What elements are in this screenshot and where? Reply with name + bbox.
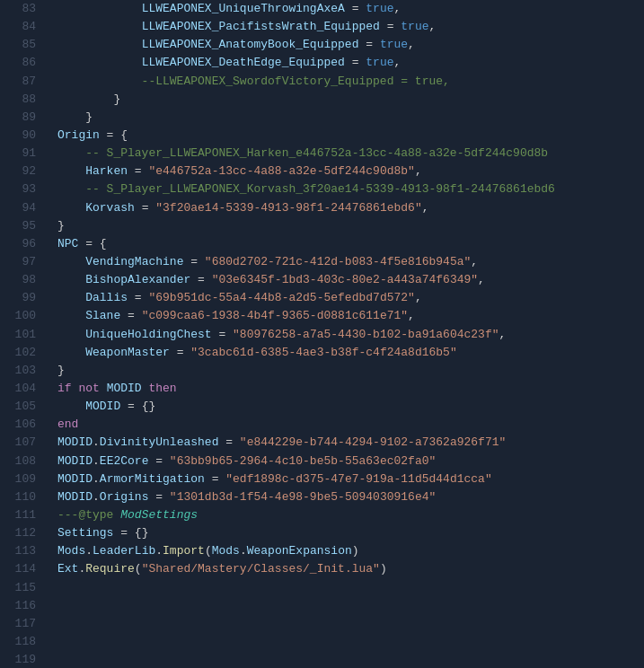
line-number: 90 [7,127,36,145]
line-number: 107 [7,434,36,452]
line-number: 100 [7,307,36,325]
line-number: 93 [7,180,36,198]
line-number: 111 [7,506,36,524]
line-number: 103 [7,362,36,380]
line-number: 92 [7,163,36,180]
line-number: 88 [7,91,36,109]
code-line: --LLWEAPONEX_SwordofVictory_Equipped = t… [57,73,644,91]
line-number: 85 [7,36,36,54]
line-number: 99 [7,289,36,307]
code-line: MODID = {} [57,398,644,416]
line-number: 102 [7,344,36,362]
line-number: 91 [7,145,36,163]
line-number: 105 [7,398,36,416]
code-editor: 8384858687888990919293949596979899100101… [0,0,644,668]
code-line: NPC = { [57,235,644,253]
line-number: 101 [7,326,36,344]
code-line: Harken = "e446752a-13cc-4a88-a32e-5df244… [57,163,644,180]
code-line: LLWEAPONEX_UniqueThrowingAxeA = true, [57,0,644,18]
line-number: 83 [7,0,36,18]
code-line: WeaponMaster = "3cabc61d-6385-4ae3-b38f-… [57,344,644,362]
line-number: 86 [7,54,36,72]
line-number: 96 [7,235,36,253]
code-line: } [57,217,644,235]
code-line: BishopAlexander = "03e6345f-1bd3-403c-80… [57,271,644,289]
code-line: } [57,362,644,380]
line-number: 108 [7,453,36,470]
code-line: LLWEAPONEX_DeathEdge_Equipped = true, [57,54,644,72]
code-line: end [57,416,644,434]
line-number: 114 [7,560,36,578]
line-number: 98 [7,271,36,289]
line-number: 94 [7,199,36,217]
code-line: Korvash = "3f20ae14-5339-4913-98f1-24476… [57,199,644,217]
line-number: 84 [7,18,36,36]
code-line: Origin = { [57,127,644,145]
line-number: 116 [7,597,36,615]
code-line: Dallis = "69b951dc-55a4-44b8-a2d5-5efedb… [57,289,644,307]
line-number: 117 [7,615,36,633]
line-number: 109 [7,470,36,488]
code-line: ---@type ModSettings [57,506,644,524]
code-line: VendingMachine = "680d2702-721c-412d-b08… [57,253,644,271]
line-number: 104 [7,380,36,398]
code-line: } [57,91,644,109]
line-number: 110 [7,488,36,506]
code-line: MODID.ArmorMitigation = "edf1898c-d375-4… [57,470,644,488]
line-number: 89 [7,109,36,127]
code-line: Settings = {} [57,524,644,542]
code-line: if not MODID then [57,380,644,398]
line-number: 113 [7,542,36,560]
line-number: 95 [7,217,36,235]
code-line: LLWEAPONEX_AnatomyBook_Equipped = true, [57,36,644,54]
code-line: -- S_Player_LLWEAPONEX_Harken_e446752a-1… [57,145,644,163]
code-line: -- S_Player_LLWEAPONEX_Korvash_3f20ae14-… [57,180,644,198]
code-line: MODID.EE2Core = "63bb9b65-2964-4c10-be5b… [57,453,644,470]
line-number: 115 [7,579,36,597]
code-line: Ext.Require("Shared/Mastery/Classes/_Ini… [57,560,644,578]
line-number: 112 [7,524,36,542]
code-line: MODID.Origins = "1301db3d-1f54-4e98-9be5… [57,488,644,506]
line-number: 119 [7,651,36,668]
code-line: Mods.LeaderLib.Import(Mods.WeaponExpansi… [57,542,644,560]
code-line: } [57,109,644,127]
code-line: UniqueHoldingChest = "80976258-a7a5-4430… [57,326,644,344]
line-number: 106 [7,416,36,434]
line-number: 87 [7,73,36,91]
code-line: LLWEAPONEX_PacifistsWrath_Equipped = tru… [57,18,644,36]
code-line: MODID.DivinityUnleashed = "e844229e-b744… [57,434,644,452]
code-line: Slane = "c099caa6-1938-4b4f-9365-d0881c6… [57,307,644,325]
line-number: 118 [7,633,36,651]
code-content[interactable]: LLWEAPONEX_UniqueThrowingAxeA = true, LL… [43,0,644,668]
line-numbers: 8384858687888990919293949596979899100101… [0,0,43,668]
line-number: 97 [7,253,36,271]
